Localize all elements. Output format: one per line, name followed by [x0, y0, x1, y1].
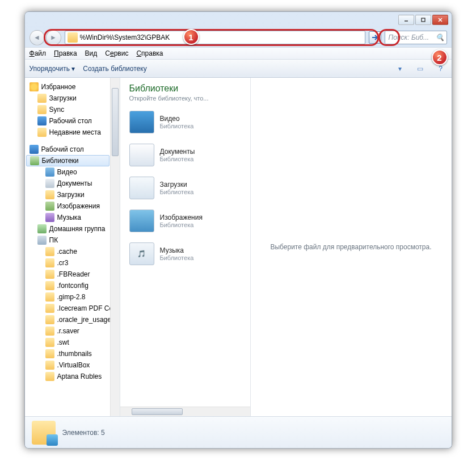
preview-pane: Выберите файл для предварительного просм… — [251, 78, 452, 416]
nav-dl[interactable]: Загрузки — [25, 189, 120, 200]
download-icon — [129, 177, 154, 199]
library-item-images[interactable]: ИзображенияБиблиотека — [129, 210, 241, 232]
navigation-row: ◄ ► Поиск: Биб... 🔍 — [25, 28, 452, 47]
folder-icon — [45, 281, 54, 290]
nav-folder[interactable]: .swt — [25, 337, 120, 348]
library-item-downloads[interactable]: ЗагрузкиБиблиотека — [129, 177, 241, 199]
folder-icon — [45, 304, 54, 313]
callout-badge-2: 2 — [432, 49, 448, 65]
horizontal-scrollbar[interactable] — [120, 407, 250, 416]
maximize-button[interactable] — [415, 15, 431, 25]
folder-icon — [45, 292, 54, 302]
search-icon: 🔍 — [436, 34, 444, 41]
nav-images[interactable]: Изображения — [25, 200, 120, 212]
folder-icon — [45, 258, 54, 267]
menu-file[interactable]: ФФайлайл — [30, 49, 47, 57]
nav-desktop[interactable]: Рабочий стол — [25, 115, 120, 127]
search-box[interactable]: Поиск: Биб... 🔍 — [385, 31, 447, 44]
folder-icon — [45, 247, 54, 256]
status-icon — [32, 421, 56, 445]
document-icon — [45, 179, 54, 188]
nav-scrollbar[interactable] — [110, 78, 120, 416]
folder-icon — [37, 94, 47, 103]
nav-docs[interactable]: Документы — [25, 178, 120, 189]
star-icon — [30, 82, 39, 91]
folder-icon — [45, 315, 54, 324]
nav-folder[interactable]: .cache — [25, 246, 120, 257]
music-icon — [45, 213, 54, 222]
video-icon — [129, 111, 154, 133]
nav-pc[interactable]: ПК — [25, 235, 120, 246]
status-bar: Элементов: 5 — [25, 416, 452, 448]
status-text: Элементов: 5 — [62, 429, 105, 437]
pane-title: Библиотеки — [129, 83, 241, 94]
forward-button[interactable]: ► — [46, 30, 61, 45]
folder-icon — [45, 190, 54, 199]
scrollbar-thumb[interactable] — [112, 88, 119, 156]
menu-view[interactable]: Вид — [85, 49, 98, 57]
address-folder-icon — [68, 32, 78, 43]
menu-help[interactable]: Справка — [136, 49, 163, 57]
organize-button[interactable]: Упорядочить ▾ — [30, 65, 75, 73]
scrollbar-thumb[interactable] — [132, 408, 183, 415]
desktop-icon — [37, 116, 47, 125]
video-icon — [45, 168, 54, 177]
preview-pane-button[interactable]: ▭ — [414, 62, 427, 75]
nav-folder[interactable]: .VirtualBox — [25, 359, 120, 371]
library-item-docs[interactable]: ДокументыБиблиотека — [129, 144, 241, 166]
back-button[interactable]: ◄ — [30, 30, 45, 45]
nav-folder[interactable]: Aptana Rubles — [25, 371, 120, 382]
menu-edit[interactable]: Правка — [54, 49, 77, 57]
folder-icon — [45, 372, 54, 381]
file-list-pane: Библиотеки Откройте библиотеку, что... В… — [120, 78, 251, 416]
nav-favorites[interactable]: Избранное — [25, 81, 120, 93]
nav-folder[interactable]: .thumbnails — [25, 348, 120, 359]
folder-icon — [45, 327, 54, 336]
nav-folder[interactable]: .gimp-2.8 — [25, 291, 120, 303]
menu-tools[interactable]: Сервис — [105, 49, 128, 57]
libraries-icon — [30, 156, 39, 165]
minimize-button[interactable] — [398, 15, 414, 25]
nav-video[interactable]: Видео — [25, 166, 120, 178]
desktop-icon — [30, 145, 39, 154]
nav-sync[interactable]: Sync — [25, 104, 120, 115]
nav-folder[interactable]: .FBReader — [25, 269, 120, 280]
search-placeholder: Поиск: Биб... — [389, 34, 429, 41]
pc-icon — [37, 236, 47, 245]
go-button[interactable] — [369, 31, 381, 44]
image-icon — [129, 210, 154, 232]
image-icon — [45, 202, 54, 211]
menu-bar: ФФайлайл Правка Вид Сервис Справка — [25, 47, 452, 60]
homegroup-icon — [37, 224, 47, 233]
nav-recent[interactable]: Недавние места — [25, 127, 120, 138]
folder-icon — [45, 361, 54, 370]
nav-folder[interactable]: .oracle_jre_usage — [25, 314, 120, 325]
navigation-pane: Избранное Загрузки Sync Рабочий стол Нед… — [25, 78, 120, 416]
nav-folder[interactable]: .fontconfig — [25, 280, 120, 291]
view-dropdown[interactable]: ▾ — [394, 62, 406, 75]
preview-empty-text: Выберите файл для предварительного просм… — [270, 243, 431, 251]
folder-icon — [45, 338, 54, 347]
folder-icon — [45, 270, 54, 279]
new-library-button[interactable]: Создать библиотеку — [83, 65, 146, 73]
nav-downloads[interactable]: Загрузки — [25, 93, 120, 104]
nav-folder[interactable]: .cr3 — [25, 257, 120, 269]
nav-folder[interactable]: .Icecream PDF Conv — [25, 303, 120, 314]
callout-badge-1: 1 — [183, 29, 199, 45]
folder-icon — [37, 105, 47, 114]
nav-libraries[interactable]: Библиотеки — [26, 155, 109, 166]
explorer-window: ◄ ► Поиск: Биб... 🔍 1 2 ФФайлайл Правка … — [24, 11, 452, 449]
address-bar[interactable] — [65, 31, 365, 44]
nav-folder[interactable]: .r.saver — [25, 325, 120, 337]
library-item-music[interactable]: 🎵МузыкаБиблиотека — [129, 242, 241, 265]
library-item-video[interactable]: ВидеоБиблиотека — [129, 111, 241, 133]
music-icon: 🎵 — [129, 242, 154, 265]
recent-icon — [37, 128, 47, 137]
close-button[interactable] — [432, 15, 448, 25]
folder-icon — [45, 349, 54, 358]
command-bar: Упорядочить ▾ Создать библиотеку ▾ ▭ ? — [25, 60, 452, 78]
nav-homegroup[interactable]: Домашняя группа — [25, 223, 120, 235]
nav-desktop-root[interactable]: Рабочий стол — [25, 144, 120, 155]
title-bar — [25, 12, 452, 28]
nav-music[interactable]: Музыка — [25, 212, 120, 223]
